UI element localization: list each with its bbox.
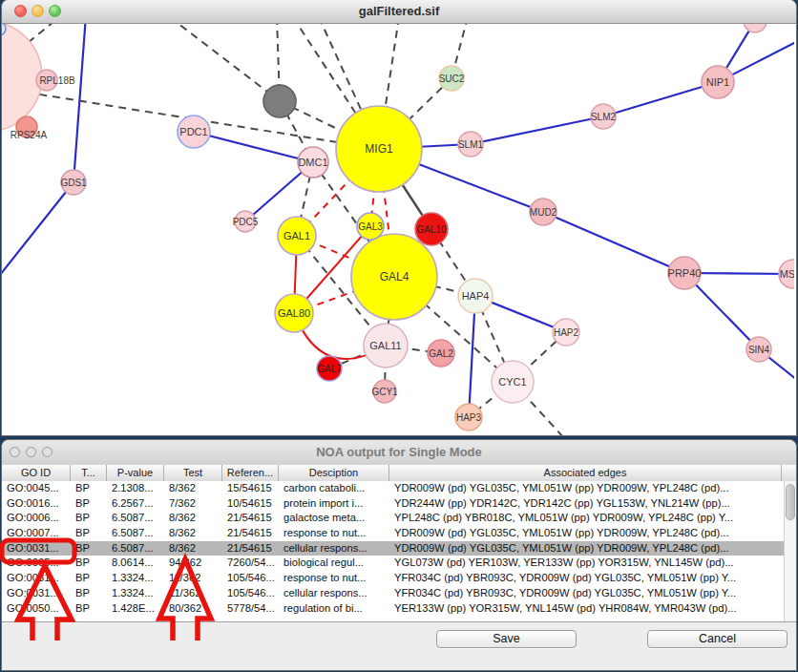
cell: BP (71, 511, 107, 526)
table-row[interactable]: GO:0065...BP8.0614...94/3627260/54...bio… (2, 556, 796, 571)
cell: 11/362 (164, 586, 222, 601)
cell: response to nut... (279, 526, 389, 541)
node-label-gcy1: GCY1 (371, 387, 398, 397)
scrollbar-thumb[interactable] (786, 484, 795, 520)
table-row[interactable]: GO:0031...BP1.3324...11/362105/546...res… (2, 571, 796, 586)
table-body: GO:0045...BP2.1308...8/36215/54615carbon… (2, 481, 796, 622)
node-label-cyc1: CYC1 (498, 376, 526, 388)
noa-window-title: NOA output for Single Mode (2, 445, 796, 459)
cell: YPL248C (pd) YBR018C, YML051W (pp) YDR00… (389, 511, 782, 526)
table-row[interactable]: GO:0006...BP6.5087...8/36221/54615galact… (2, 511, 796, 526)
node-label-slm1: SLM1 (458, 139, 484, 150)
cell: GO:0006... (2, 511, 71, 526)
save-button[interactable]: Save (436, 630, 577, 648)
table-row[interactable]: GO:0016...BP6.2567...7/36210/54615protei… (2, 496, 796, 512)
cell: BP (71, 496, 107, 512)
column-header-t[interactable]: T... (71, 465, 107, 481)
cell: YDR009W (pd) YGL035C, YML051W (pp) YDR00… (389, 541, 782, 556)
cell: regulation of bi... (279, 601, 389, 617)
node-label-suc2: SUC2 (439, 74, 465, 84)
vertical-scrollbar[interactable] (784, 481, 796, 621)
node-label-prp40: PRP40 (668, 267, 702, 279)
column-header-go-id[interactable]: GO ID (2, 465, 71, 481)
cell: 21/54615 (222, 541, 279, 556)
node-label-sin4: SIN4 (748, 345, 770, 355)
table-row[interactable]: GO:0031...BP6.5087...8/36221/54615cellul… (2, 541, 796, 556)
cell: carbon cataboli... (279, 481, 389, 496)
cell: BP (71, 571, 107, 586)
node-label-hap3: HAP3 (456, 412, 482, 423)
cell: protein import i... (279, 496, 389, 512)
table-row[interactable]: GO:0031...BP1.3324...11/362105/546...cel… (2, 586, 796, 601)
edge-blue (603, 82, 718, 116)
cell: 6.2567... (107, 496, 164, 512)
cell: 6.5087... (107, 526, 164, 541)
table-row[interactable]: GO:0045...BP2.1308...8/36215/54615carbon… (2, 481, 796, 496)
network-window: galFiltered.sif RPL18BRPS24AGDS1PDC1PDC5… (2, 0, 796, 435)
cell: GO:0007... (2, 526, 71, 541)
node-label-gal10: GAL10 (416, 224, 447, 235)
edge-blue (543, 212, 684, 273)
node-label-pdc5: PDC5 (233, 217, 259, 227)
cell: 8.0614... (107, 556, 164, 571)
cell: BP (71, 601, 107, 617)
cell: GO:0050... (2, 601, 71, 617)
node-label-gal1: GAL1 (284, 230, 310, 242)
column-header-desciption[interactable]: Desciption (279, 465, 389, 481)
cell: YGL073W (pd) YER103W, YER133W (pp) YOR31… (389, 556, 782, 571)
cell: 80/362 (164, 601, 222, 617)
cell: 1.428E... (107, 601, 164, 617)
cell: YDR009W (pd) YGL035C, YML051W (pp) YDR00… (389, 481, 782, 496)
noa-window-titlebar[interactable]: NOA output for Single Mode (2, 440, 796, 466)
edge-blue (469, 296, 475, 417)
table-row[interactable]: GO:0007...BP6.5087...8/36221/54615respon… (2, 526, 796, 541)
cell: 8/362 (164, 541, 222, 556)
cell: 105/546... (222, 571, 279, 586)
cell: cellular respons... (279, 586, 389, 601)
node-label-dmc1: DMC1 (298, 157, 327, 168)
node-label-gds1: GDS1 (60, 178, 87, 188)
cell: BP (71, 586, 107, 601)
cell: GO:0031... (2, 586, 71, 601)
cell: 8/362 (164, 481, 222, 496)
column-header-associated-edges[interactable]: Associated edges (389, 465, 782, 481)
node-gray[interactable] (263, 85, 296, 117)
node-label-nip1: NIP1 (706, 76, 729, 88)
column-header-referen[interactable]: Referen... (222, 465, 279, 481)
column-header-p-value[interactable]: P-value (107, 465, 164, 481)
cell: BP (71, 541, 107, 556)
column-header-test[interactable]: Test (164, 465, 222, 481)
cell: 21/54615 (222, 526, 279, 541)
node-label-gal3: GAL3 (358, 221, 383, 232)
cell: 10/54615 (222, 496, 279, 512)
node-label-hap2: HAP2 (554, 327, 579, 338)
edge-blue (74, 24, 86, 182)
edge-dash (170, 24, 280, 101)
node-label-mig1: MIG1 (365, 142, 393, 156)
cell: 8/362 (164, 511, 222, 526)
cell: 8/362 (164, 526, 222, 541)
network-canvas[interactable]: RPL18BRPS24AGDS1PDC1PDC5MIG1DMC1SUC2SLM1… (2, 24, 794, 435)
network-window-titlebar[interactable]: galFiltered.sif (2, 0, 796, 24)
cell: 7/362 (164, 496, 222, 512)
cancel-button[interactable]: Cancel (647, 630, 788, 648)
cell: 5778/54... (222, 601, 279, 617)
noa-window: NOA output for Single Mode GO IDT...P-va… (2, 440, 796, 670)
node-tr[interactable] (744, 24, 766, 32)
table-row[interactable]: GO:0050...BP1.428E...80/3625778/54...reg… (2, 601, 796, 617)
cell: 7260/54... (222, 556, 279, 571)
network-window-title: galFiltered.sif (2, 4, 796, 18)
cell: 94/362 (164, 556, 222, 571)
node-label-gal2: GAL2 (429, 348, 453, 359)
node-label-msl1: MSL1 (780, 268, 794, 280)
cell: YDR244W (pp) YDR142C, YDR142C (pp) YGL15… (389, 496, 782, 512)
table-header: GO IDT...P-valueTestReferen...Desciption… (2, 465, 796, 482)
cell: GO:0031... (2, 541, 71, 556)
node-label-gal4: GAL4 (380, 270, 410, 284)
cell: BP (71, 526, 107, 541)
cell: 6.5087... (107, 511, 164, 526)
cell: YFR034C (pd) YBR093C, YDR009W (pd) YGL03… (389, 571, 782, 586)
edge-blue (471, 116, 603, 144)
edge-blue (2, 182, 74, 275)
cell: 2.1308... (107, 481, 164, 496)
